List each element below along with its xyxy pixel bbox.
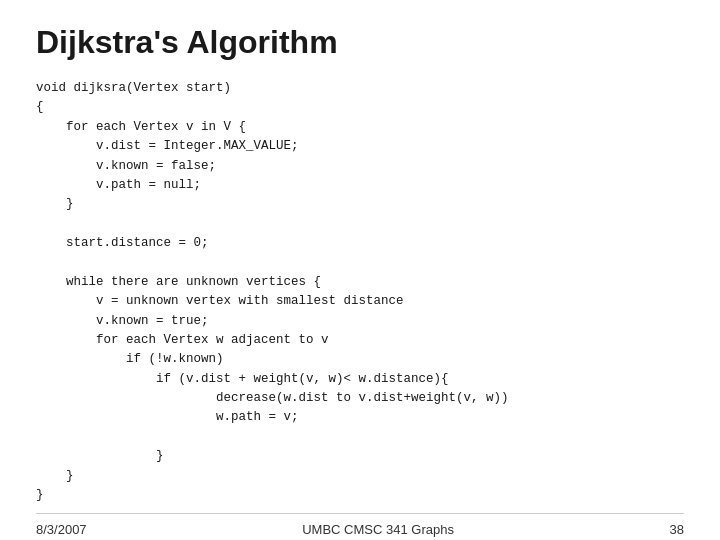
footer-date: 8/3/2007 xyxy=(36,522,87,537)
footer-course: UMBC CMSC 341 Graphs xyxy=(302,522,454,537)
code-block: void dijksra(Vertex start) { for each Ve… xyxy=(36,79,684,505)
slide-footer: 8/3/2007 UMBC CMSC 341 Graphs 38 xyxy=(36,513,684,537)
footer-page: 38 xyxy=(670,522,684,537)
slide-content: void dijksra(Vertex start) { for each Ve… xyxy=(36,79,684,505)
slide-title: Dijkstra's Algorithm xyxy=(36,24,684,61)
slide: Dijkstra's Algorithm void dijksra(Vertex… xyxy=(0,0,720,540)
